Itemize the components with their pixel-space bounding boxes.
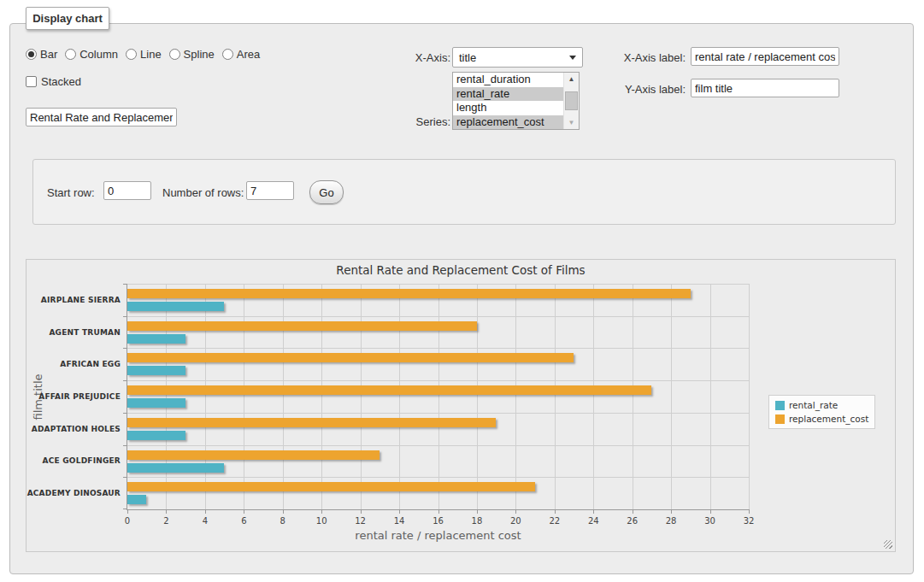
series-scrollbar[interactable]: ▲ ▼ [563, 73, 579, 129]
x-tick-mark [593, 509, 594, 514]
scrollbar-thumb[interactable] [565, 91, 578, 110]
x-axis-selected-value: title [459, 51, 476, 64]
gridline [633, 284, 633, 509]
x-tick-mark [671, 509, 672, 514]
x-tick-mark [127, 509, 128, 514]
series-option-rental_duration[interactable]: rental_duration [453, 73, 563, 87]
bar-replacement_cost[interactable] [127, 289, 691, 298]
y-tick-mark [123, 445, 127, 446]
y-tick-mark [123, 380, 127, 381]
gridline [127, 348, 749, 349]
stacked-option[interactable]: Stacked [26, 75, 81, 88]
chart-type-radio-line[interactable]: Line [126, 48, 162, 61]
bar-rental_rate[interactable] [127, 334, 185, 344]
bar-rental_rate[interactable] [127, 431, 185, 440]
bar-replacement_cost[interactable] [127, 385, 651, 395]
bar-rental_rate[interactable] [127, 302, 224, 311]
number-of-rows-label: Number of rows: [162, 186, 244, 199]
x-tick-mark [477, 509, 478, 514]
series-option-replacement_cost[interactable]: replacement_cost [453, 115, 563, 130]
chart-legend: rental_ratereplacement_cost [768, 395, 875, 429]
chart-type-radio-label: Spline [184, 48, 215, 61]
category-label: AFFAIR PREJUDICE [26, 392, 121, 401]
y-tick-mark [123, 284, 127, 285]
legend-item-replacement_cost[interactable]: replacement_cost [775, 414, 868, 424]
y-tick-mark [123, 348, 127, 349]
x-tick-label: 32 [744, 516, 755, 526]
series-option-rental_rate[interactable]: rental_rate [453, 87, 563, 102]
legend-item-rental_rate[interactable]: rental_rate [775, 400, 868, 410]
gridline [361, 284, 362, 509]
x-tick-label: 22 [549, 516, 560, 526]
legend-label: rental_rate [789, 400, 838, 410]
start-row-label: Start row: [47, 186, 95, 199]
x-axis-label-input[interactable] [691, 47, 839, 66]
x-tick-label: 24 [588, 516, 599, 526]
category-label: AGENT TRUMAN [26, 328, 121, 337]
chart-title-input[interactable] [26, 108, 177, 126]
go-button[interactable]: Go [309, 180, 344, 204]
gridline [438, 284, 439, 509]
x-tick-mark [749, 509, 750, 514]
gridline [127, 477, 749, 478]
start-row-input[interactable] [103, 181, 151, 200]
x-tick-mark [361, 509, 362, 514]
bar-replacement_cost[interactable] [127, 450, 380, 460]
chart-title: Rental Rate and Replacement Cost of Film… [26, 263, 895, 277]
bar-rental_rate[interactable] [127, 366, 185, 375]
x-tick-label: 2 [163, 516, 168, 526]
resize-grip-icon[interactable] [884, 540, 892, 549]
x-axis-title: rental rate / replacement cost [127, 529, 749, 542]
y-axis-label-input[interactable] [691, 79, 839, 97]
chart-type-radio-column[interactable]: Column [65, 48, 118, 61]
gridline [671, 284, 672, 509]
bar-rental_rate[interactable] [127, 398, 185, 408]
x-tick-label: 0 [125, 516, 130, 526]
chart-type-radio-spline[interactable]: Spline [169, 48, 215, 61]
x-tick-mark [244, 509, 244, 514]
scrollbar-track[interactable] [564, 85, 579, 116]
bar-replacement_cost[interactable] [127, 353, 574, 362]
x-tick-mark [633, 509, 633, 514]
series-listbox[interactable]: rental_durationrental_ratelengthreplacem… [452, 72, 580, 130]
bar-rental_rate[interactable] [127, 463, 224, 473]
radio-button-icon[interactable] [65, 49, 76, 60]
stacked-checkbox[interactable] [26, 76, 37, 87]
x-tick-label: 20 [510, 516, 521, 526]
bar-replacement_cost[interactable] [127, 418, 496, 427]
y-tick-mark [123, 316, 127, 317]
chart-type-radio-bar[interactable]: Bar [26, 48, 57, 61]
scroll-up-icon[interactable]: ▲ [564, 73, 579, 85]
radio-button-icon[interactable] [169, 49, 180, 60]
bar-replacement_cost[interactable] [127, 482, 535, 491]
gridline [127, 445, 749, 446]
x-tick-label: 8 [280, 516, 285, 526]
gridline [593, 284, 594, 509]
radio-button-icon[interactable] [26, 49, 37, 60]
scroll-down-icon[interactable]: ▼ [564, 116, 579, 129]
bar-replacement_cost[interactable] [127, 321, 477, 331]
x-axis-select[interactable]: title [452, 47, 583, 68]
gridline [555, 284, 556, 509]
radio-button-icon[interactable] [126, 49, 137, 60]
chart-type-radio-area[interactable]: Area [222, 48, 260, 61]
gridline [244, 284, 244, 509]
chart-type-radio-label: Line [140, 48, 162, 61]
y-tick-mark [123, 413, 127, 414]
plot-area [127, 284, 749, 509]
series-option-length[interactable]: length [453, 101, 563, 115]
series-list-label: Series: [393, 115, 450, 128]
stacked-label: Stacked [41, 75, 81, 88]
x-tick-mark [166, 509, 167, 514]
radio-button-icon[interactable] [222, 49, 233, 60]
gridline [515, 284, 516, 509]
gridline [399, 284, 400, 509]
panel-title: Display chart [26, 7, 109, 30]
x-tick-label: 4 [203, 516, 208, 526]
x-tick-label: 18 [472, 516, 483, 526]
gridline [127, 316, 749, 317]
number-of-rows-input[interactable] [246, 181, 294, 200]
bar-rental_rate[interactable] [127, 495, 146, 504]
category-label: AIRPLANE SIERRA [26, 296, 121, 304]
chart-type-radio-label: Area [237, 48, 260, 61]
